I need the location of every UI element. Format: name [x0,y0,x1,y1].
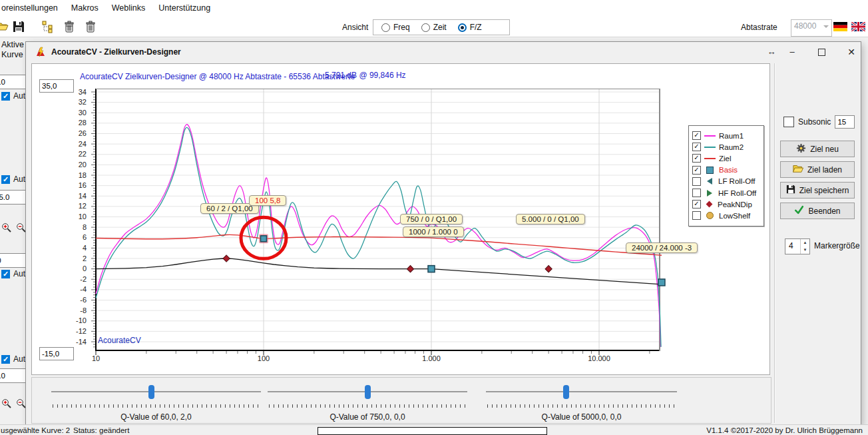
beenden-button[interactable]: Beenden [780,203,855,219]
ziel-neu-button[interactable]: Ziel neu [780,141,855,157]
legend-item-lowshelf[interactable]: LowShelf [692,210,760,221]
y-tick-label: 14 [79,192,87,200]
legend-checkbox[interactable]: ✓ [692,200,701,209]
y-tick-label: 4 [83,244,87,252]
y-tick-label: 22 [79,150,87,158]
peakndip-marker [407,266,413,272]
chart-watermark: AcourateCV [98,336,141,345]
legend-checkbox[interactable] [692,177,701,186]
checkbox-checked-icon[interactable]: ✓ [1,92,10,101]
legend-checkbox[interactable]: ✓ [692,154,701,163]
button-label: Ziel neu [810,145,839,154]
abtastrate-label: Abtastrate [741,23,777,32]
y-tick-label: 10 [79,213,87,220]
curve-list-icon[interactable] [41,20,55,33]
menu-item-3[interactable]: Unterstützung [152,0,217,13]
legend-item-ziel[interactable]: ✓Ziel [692,153,760,164]
y-tick-label: 6 [83,233,87,241]
ziel-speichern-button[interactable]: Ziel speichern [780,182,855,199]
delete-curve-icon[interactable] [63,20,76,33]
q-slider-group-2: Q-Value of 5000,0, 0,0 [486,384,677,423]
legend-item-basis[interactable]: ✓Basis [692,165,760,176]
marker-size-spinner[interactable]: 4 ▲▼ [785,238,810,254]
german-flag-icon[interactable] [833,22,847,33]
legend-checkbox[interactable] [692,211,701,220]
radio-icon [381,23,390,32]
q-slider-group-0: Q-Value of 60,0, 2,0 [51,384,261,423]
q-value-slider-panel: Q-Value of 60,0, 2,0Q-Value of 750,0, 0,… [31,377,771,424]
delete-all-icon[interactable] [84,20,97,33]
y-min-input[interactable] [39,347,74,360]
checkbox-checked-icon[interactable]: ✓ [1,355,10,364]
legend-label: Basis [719,166,738,174]
y-tick-label: 12 [79,202,87,210]
zoom-controls-4 [1,222,27,235]
legend-checkbox[interactable]: ✓ [692,166,701,175]
gear-icon [796,143,806,155]
ziel-laden-button[interactable]: Ziel laden [780,161,855,178]
selected-marker[interactable] [261,236,267,242]
y-max-input[interactable] [39,79,74,93]
slider-ticks [487,404,676,408]
legend-item-lf-roll-off[interactable]: LF Roll-Off [692,176,760,187]
ansicht-label: Ansicht [342,23,368,32]
legend-line-swatch [704,147,716,148]
slider-thumb[interactable] [365,385,371,399]
slider-thumb[interactable] [563,385,569,399]
y-tick-label: -12 [76,327,87,335]
menu-item-1[interactable]: Makros [65,0,105,13]
folder-icon [793,164,803,175]
zoom-in-icon[interactable] [1,222,12,235]
checkbox-checked-icon[interactable]: ✓ [1,175,10,184]
menu-item-0[interactable]: oreinstellungen [0,0,65,13]
legend-checkbox[interactable]: ✓ [692,143,701,151]
legend-item-raum1[interactable]: ✓Raum1 [692,130,760,141]
legend-checkbox[interactable] [692,189,701,197]
resize-button[interactable]: ↔ [762,44,781,60]
slider-track[interactable] [51,391,261,392]
checkbox-checked-icon[interactable]: ✓ [1,270,10,278]
zoom-in-icon[interactable] [1,398,12,411]
maximize-button[interactable] [812,44,831,60]
legend-line-swatch [704,135,716,137]
menu-item-2[interactable]: Weblinks [105,0,152,13]
uk-flag-icon[interactable] [851,22,865,33]
slider-track[interactable] [486,391,677,392]
legend-label: HF Roll-Off [718,189,756,197]
check-icon [794,205,804,217]
legend-square-swatch [706,167,714,174]
legend-triangle-left-swatch [707,178,712,185]
spin-down-icon[interactable]: ▼ [801,246,809,254]
x-tick-label: 10 [92,354,100,362]
subsonic-checkbox[interactable] [783,117,794,127]
minimize-button[interactable]: – [783,44,801,60]
subsonic-input[interactable] [835,115,855,129]
view-radio-freq[interactable]: Freq [381,23,410,32]
legend-item-peakndip[interactable]: ✓PeakNDip [692,199,760,210]
legend-item-raum2[interactable]: ✓Raum2 [692,141,760,153]
y-axis-labels: 3432302826242220181614121086420-2-4-6-8-… [71,89,93,351]
legend-triangle-right-swatch [707,190,712,197]
save-icon[interactable] [12,20,25,33]
view-radio-zeit[interactable]: Zeit [421,23,447,32]
legend-label: Raum2 [719,143,744,151]
legend-item-hf-roll-off[interactable]: HF Roll-Off [692,187,760,199]
spin-up-icon[interactable]: ▲ [801,239,809,246]
view-radio-f-z[interactable]: F/Z [458,23,482,32]
legend-line-swatch [704,158,716,159]
button-label: Ziel speichern [799,186,849,195]
radio-label: Zeit [433,23,447,32]
dialog-titlebar[interactable]: AcourateCV - Zielkurven-Designer ↔ – ✕ [26,42,861,62]
abtastrate-select[interactable]: 48000 [791,19,832,37]
y-tick-label: -8 [80,306,87,314]
status-bar: usgewählte Kurve: 2 Status: geändert V1.… [0,424,868,435]
series-raum1 [96,125,661,347]
dialog-window: AcourateCV - Zielkurven-Designer ↔ – ✕ A… [25,41,861,426]
legend-checkbox[interactable]: ✓ [692,131,701,140]
chart-title: AcourateCV Zielkurven-Designer @ 48000 H… [80,72,355,81]
y-tick-label: 30 [79,109,87,117]
abtastrate-value: 48000 [794,21,816,31]
slider-thumb[interactable] [148,385,154,399]
close-button[interactable]: ✕ [842,44,861,60]
open-folder-icon[interactable] [0,20,9,33]
